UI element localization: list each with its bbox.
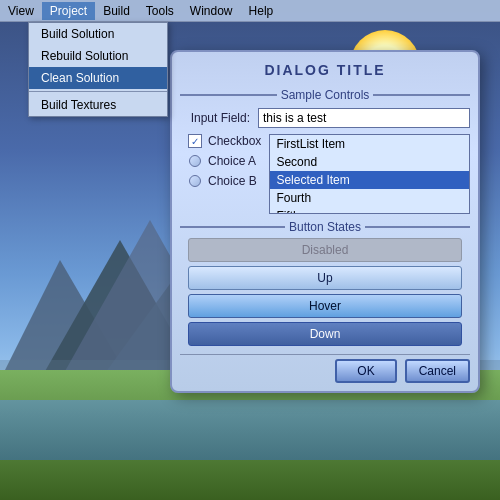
dropdown-item-build-textures[interactable]: Build Textures [29, 94, 167, 116]
button-states: Disabled Up Hover Down [188, 238, 462, 346]
choice-b-radio[interactable] [188, 174, 202, 188]
section-buttons-label: Button States [180, 220, 470, 234]
list-item-0[interactable]: FirstList Item [270, 135, 469, 153]
menu-item-tools[interactable]: Tools [138, 2, 182, 20]
menu-item-project[interactable]: Project [42, 2, 95, 20]
choice-a-radio[interactable] [188, 154, 202, 168]
list-item-3[interactable]: Fourth [270, 189, 469, 207]
dropdown-divider [29, 91, 167, 92]
dialog-title: DIALOG TITLE [180, 60, 470, 80]
checkbox-row[interactable]: ✓ Checkbox [188, 134, 261, 148]
list-item-4[interactable]: Fifth [270, 207, 469, 214]
content-area: ✓ Checkbox Choice A Choice B FirstList I… [180, 134, 470, 214]
input-field[interactable] [258, 108, 470, 128]
dropdown-item-rebuild-solution[interactable]: Rebuild Solution [29, 45, 167, 67]
btn-hover[interactable]: Hover [188, 294, 462, 318]
menubar: View Project Build Tools Window Help [0, 0, 500, 22]
menu-item-view[interactable]: View [0, 2, 42, 20]
menu-item-build[interactable]: Build [95, 2, 138, 20]
project-dropdown: Build Solution Rebuild Solution Clean So… [28, 22, 168, 117]
section-controls-label: Sample Controls [180, 88, 470, 102]
choice-a-row[interactable]: Choice A [188, 154, 261, 168]
btn-up[interactable]: Up [188, 266, 462, 290]
dialog-footer: OK Cancel [180, 354, 470, 383]
left-column: ✓ Checkbox Choice A Choice B [180, 134, 261, 214]
choice-b-circle [189, 175, 201, 187]
choice-b-label: Choice B [208, 174, 257, 188]
dropdown-item-build-solution[interactable]: Build Solution [29, 23, 167, 45]
btn-disabled: Disabled [188, 238, 462, 262]
choice-b-row[interactable]: Choice B [188, 174, 261, 188]
list-item-2[interactable]: Selected Item [270, 171, 469, 189]
choice-a-label: Choice A [208, 154, 256, 168]
checkbox-label: Checkbox [208, 134, 261, 148]
water-decoration [0, 400, 500, 460]
cancel-button[interactable]: Cancel [405, 359, 470, 383]
checkbox-box[interactable]: ✓ [188, 134, 202, 148]
btn-down[interactable]: Down [188, 322, 462, 346]
ok-button[interactable]: OK [335, 359, 396, 383]
menu-item-window[interactable]: Window [182, 2, 241, 20]
input-row: Input Field: [180, 108, 470, 128]
choice-a-circle [189, 155, 201, 167]
dialog: DIALOG TITLE Sample Controls Input Field… [170, 50, 480, 393]
input-label: Input Field: [180, 111, 250, 125]
list-box[interactable]: FirstList Item Second Selected Item Four… [269, 134, 470, 214]
dropdown-item-clean-solution[interactable]: Clean Solution [29, 67, 167, 89]
list-item-1[interactable]: Second [270, 153, 469, 171]
menu-item-help[interactable]: Help [241, 2, 282, 20]
